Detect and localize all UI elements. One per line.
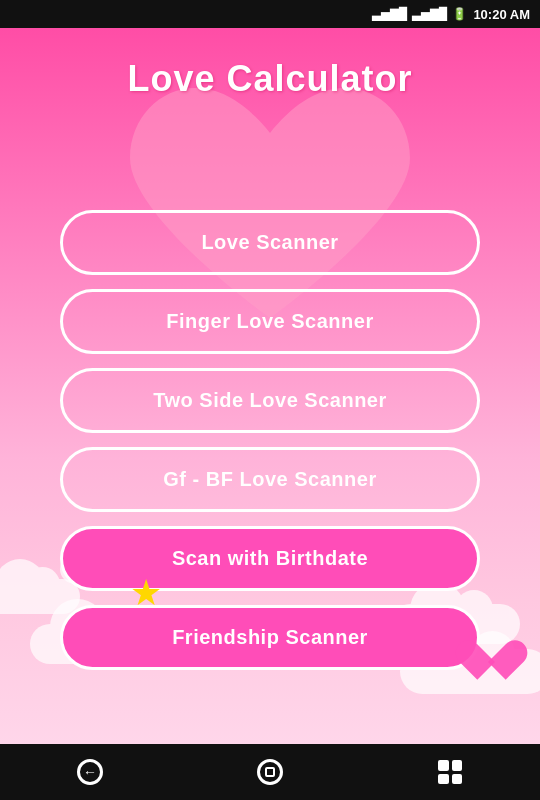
main-content: Love Calculator Love Scanner Finger Love… <box>0 28 540 744</box>
love-scanner-button[interactable]: Love Scanner <box>60 210 480 275</box>
friendship-scanner-button[interactable]: Friendship Scanner <box>60 605 480 670</box>
signal-icon-1: ▃▅▇▉ <box>372 7 408 21</box>
star-decoration: ★ <box>130 572 162 614</box>
bottom-nav: ← <box>0 744 540 800</box>
gf-bf-love-scanner-button[interactable]: Gf - BF Love Scanner <box>60 447 480 512</box>
grid-cell-1 <box>438 760 449 771</box>
app-title: Love Calculator <box>0 28 540 100</box>
home-button[interactable] <box>248 750 292 794</box>
home-icon <box>257 759 283 785</box>
status-bar: ▃▅▇▉ ▃▅▇▉ 🔋 10:20 AM <box>0 0 540 28</box>
battery-icon: 🔋 <box>452 7 467 21</box>
status-time: 10:20 AM <box>473 7 530 22</box>
signal-icon-2: ▃▅▇▉ <box>412 7 448 21</box>
apps-icon <box>438 760 462 784</box>
grid-cell-4 <box>452 774 463 785</box>
home-icon-inner <box>265 767 275 777</box>
signal-indicators: ▃▅▇▉ ▃▅▇▉ 🔋 <box>372 7 467 21</box>
two-side-love-scanner-button[interactable]: Two Side Love Scanner <box>60 368 480 433</box>
apps-button[interactable] <box>428 750 472 794</box>
scan-with-birthdate-button[interactable]: Scan with Birthdate <box>60 526 480 591</box>
finger-love-scanner-button[interactable]: Finger Love Scanner <box>60 289 480 354</box>
back-button[interactable]: ← <box>68 750 112 794</box>
grid-cell-2 <box>452 760 463 771</box>
grid-cell-3 <box>438 774 449 785</box>
buttons-container: Love Scanner Finger Love Scanner Two Sid… <box>0 210 540 670</box>
back-icon: ← <box>77 759 103 785</box>
